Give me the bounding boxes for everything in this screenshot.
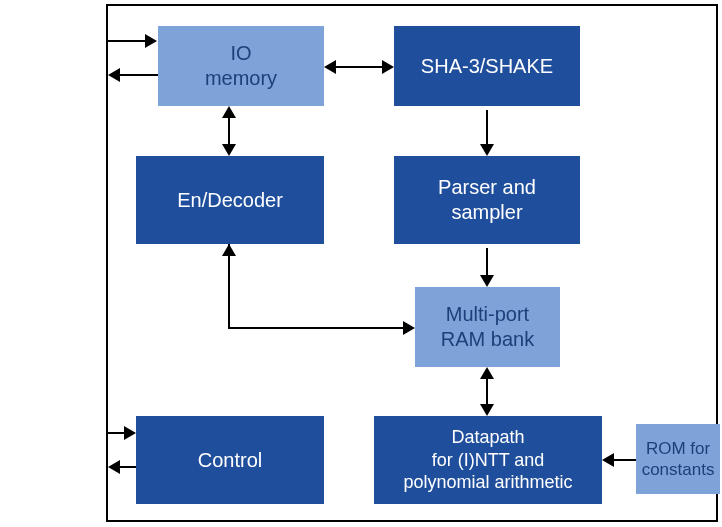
block-parser-sampler: Parser and sampler xyxy=(394,156,580,244)
arrow-ext-ctrl-in xyxy=(107,432,125,434)
arrowhead-sha-parser xyxy=(480,144,494,156)
arrowhead-rom-dp xyxy=(602,453,614,467)
arrow-ram-dp-line xyxy=(486,379,488,404)
arrow-parser-ram-line xyxy=(486,248,488,275)
arrowhead-ram-dp-up xyxy=(480,367,494,379)
label-sha3-shake: SHA-3/SHAKE xyxy=(421,54,553,79)
arrowhead-enc-ram-top xyxy=(222,244,236,256)
arrow-ext-ctrl-out xyxy=(120,466,136,468)
arrowhead-parser-ram xyxy=(480,275,494,287)
block-datapath: Datapath for (I)NTT and polynomial arith… xyxy=(374,416,602,504)
label-multiport-ram: Multi-port RAM bank xyxy=(441,302,534,352)
block-rom-constants: ROM for constants xyxy=(636,424,720,494)
arrowhead-ext-in xyxy=(145,34,157,48)
block-sha3-shake: SHA-3/SHAKE xyxy=(394,26,580,106)
arrow-enc-ram-h xyxy=(228,327,403,329)
arrowhead-ext-ctrl-in xyxy=(124,426,136,440)
label-control: Control xyxy=(198,448,262,473)
arrowhead-io-sha-left xyxy=(324,60,336,74)
diagram-canvas: IO memory SHA-3/SHAKE En/Decoder Parser … xyxy=(0,0,722,527)
label-parser-sampler: Parser and sampler xyxy=(438,175,536,225)
arrow-rom-dp-line xyxy=(614,459,636,461)
arrowhead-io-enc-down xyxy=(222,144,236,156)
arrow-io-sha-line xyxy=(336,66,382,68)
block-multiport-ram: Multi-port RAM bank xyxy=(415,287,560,367)
block-en-decoder: En/Decoder xyxy=(136,156,324,244)
arrowhead-ram-dp-down xyxy=(480,404,494,416)
label-io-memory: IO memory xyxy=(205,41,277,91)
arrow-ext-in xyxy=(107,40,147,42)
arrowhead-io-sha-right xyxy=(382,60,394,74)
arrow-enc-ram-v xyxy=(228,244,230,329)
block-io-memory: IO memory xyxy=(158,26,324,106)
block-control: Control xyxy=(136,416,324,504)
arrowhead-io-enc-up xyxy=(222,106,236,118)
arrow-sha-parser-line xyxy=(486,110,488,144)
label-rom-constants: ROM for constants xyxy=(642,438,715,481)
arrow-io-enc-line xyxy=(228,118,230,144)
label-datapath: Datapath for (I)NTT and polynomial arith… xyxy=(403,426,572,494)
label-en-decoder: En/Decoder xyxy=(177,188,283,213)
arrowhead-enc-ram xyxy=(403,321,415,335)
arrowhead-ext-out xyxy=(108,68,120,82)
arrowhead-ext-ctrl-out xyxy=(108,460,120,474)
arrow-ext-out xyxy=(120,74,158,76)
